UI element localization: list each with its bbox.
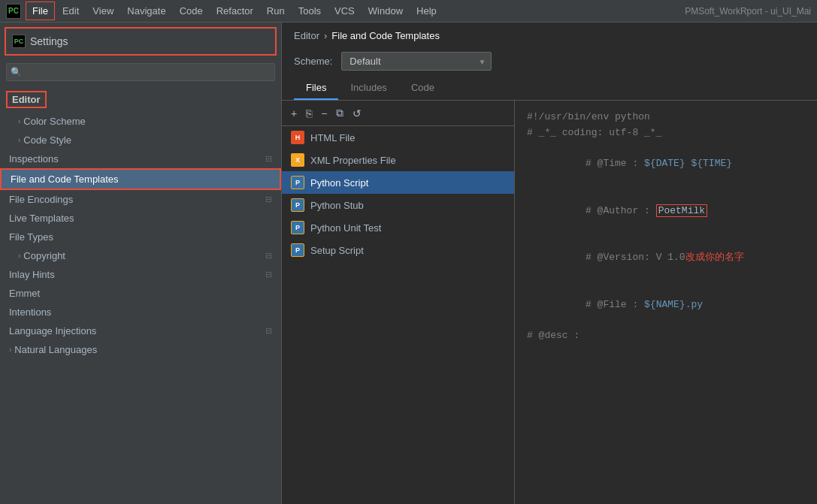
sidebar-item-copyright[interactable]: › Copyright ⊟ bbox=[0, 246, 281, 265]
sidebar-item-file-code-templates[interactable]: File and Code Templates bbox=[0, 168, 281, 190]
list-item[interactable]: P Python Stub bbox=[282, 194, 514, 216]
sidebar-item-label: Intentions bbox=[9, 306, 272, 318]
list-item[interactable]: X XML Properties File bbox=[282, 149, 514, 171]
file-item-label: Python Script bbox=[310, 177, 368, 189]
code-annotation: 改成你的名字 bbox=[685, 252, 744, 263]
sidebar-item-label: Inspections bbox=[9, 153, 265, 164]
settings-icon: ⊟ bbox=[265, 195, 272, 204]
sidebar-item-emmet[interactable]: Emmet bbox=[0, 284, 281, 303]
sidebar-item-label: Code Style bbox=[23, 134, 272, 146]
tab-files[interactable]: Files bbox=[294, 77, 338, 100]
content-body: + ⎘ − ⧉ ↺ H HTML File X XML P bbox=[282, 101, 817, 504]
app-icon: PC bbox=[6, 4, 21, 19]
code-text: # @Version: V 1.0 bbox=[586, 252, 685, 263]
py-icon: P bbox=[291, 243, 304, 257]
remove-template-button[interactable]: − bbox=[318, 106, 330, 121]
sidebar-item-inlay-hints[interactable]: Inlay Hints ⊟ bbox=[0, 265, 281, 284]
menu-code[interactable]: Code bbox=[174, 2, 209, 20]
menubar: PC File Edit View Navigate Code Refactor… bbox=[0, 0, 817, 23]
duplicate-template-button[interactable]: ⧉ bbox=[333, 105, 346, 121]
sidebar-item-label: Live Templates bbox=[9, 213, 272, 224]
menu-window[interactable]: Window bbox=[362, 2, 409, 20]
code-line: # @Version: V 1.0改成你的名字 bbox=[527, 234, 805, 281]
menu-vcs[interactable]: VCS bbox=[328, 2, 361, 20]
sidebar-item-label: Natural Languages bbox=[14, 344, 272, 355]
sidebar-item-intentions[interactable]: Intentions bbox=[0, 303, 281, 321]
settings-icon: ⊟ bbox=[265, 326, 272, 336]
sidebar-item-language-injections[interactable]: Language Injections ⊟ bbox=[0, 321, 281, 340]
sidebar-item-label: Language Injections bbox=[9, 325, 265, 337]
file-item-label: Python Stub bbox=[310, 200, 364, 211]
main-layout: PC Settings 🔍 Editor › Color Scheme › Co… bbox=[0, 23, 817, 504]
settings-header: PC Settings bbox=[5, 27, 277, 56]
list-item[interactable]: P Python Unit Test bbox=[282, 216, 514, 239]
reset-template-button[interactable]: ↺ bbox=[349, 106, 365, 121]
scheme-select-wrap: Default Project bbox=[341, 52, 492, 71]
menu-run[interactable]: Run bbox=[261, 2, 291, 20]
editor-section[interactable]: Editor bbox=[0, 87, 281, 112]
code-editor[interactable]: #!/usr/bin/env python # _*_ coding: utf-… bbox=[515, 101, 817, 504]
menu-help[interactable]: Help bbox=[410, 2, 443, 20]
code-line: # @File : ${NAME}.py bbox=[527, 282, 805, 328]
list-item[interactable]: H HTML File bbox=[282, 126, 514, 149]
breadcrumb-separator: › bbox=[324, 30, 327, 41]
chevron-icon: › bbox=[9, 346, 11, 354]
settings-title: Settings bbox=[30, 35, 68, 47]
sidebar-item-file-types[interactable]: File Types bbox=[0, 228, 281, 246]
list-item[interactable]: P Setup Script bbox=[282, 239, 514, 261]
code-text: # @File : bbox=[586, 299, 644, 310]
sidebar-item-code-style[interactable]: › Code Style bbox=[0, 131, 281, 149]
settings-panel: PC Settings 🔍 Editor › Color Scheme › Co… bbox=[0, 23, 282, 504]
sidebar-item-color-scheme[interactable]: › Color Scheme bbox=[0, 112, 281, 131]
menu-edit[interactable]: Edit bbox=[56, 2, 85, 20]
sidebar-item-file-encodings[interactable]: File Encodings ⊟ bbox=[0, 190, 281, 209]
settings-icon: ⊟ bbox=[265, 154, 272, 164]
tab-code[interactable]: Code bbox=[399, 77, 446, 100]
file-item-label: Python Unit Test bbox=[310, 222, 381, 234]
code-line: #!/usr/bin/env python bbox=[527, 110, 805, 125]
sidebar-item-inspections[interactable]: Inspections ⊟ bbox=[0, 149, 281, 168]
editor-label: Editor bbox=[6, 91, 47, 108]
sidebar-item-label: Emmet bbox=[9, 288, 272, 299]
code-text: # @Author : bbox=[586, 205, 656, 216]
tab-includes[interactable]: Includes bbox=[338, 77, 398, 100]
breadcrumb: Editor › File and Code Templates bbox=[282, 23, 817, 49]
sidebar-item-natural-languages[interactable]: › Natural Languages bbox=[0, 340, 281, 359]
add-template-button[interactable]: + bbox=[288, 106, 300, 121]
xml-icon: X bbox=[291, 153, 304, 167]
content-area: Editor › File and Code Templates Scheme:… bbox=[282, 23, 817, 504]
search-input[interactable] bbox=[6, 63, 275, 81]
list-item-python-script[interactable]: P Python Script bbox=[282, 171, 514, 194]
sidebar-item-label: Color Scheme bbox=[23, 116, 272, 127]
menu-file[interactable]: File bbox=[26, 2, 55, 20]
menu-tools[interactable]: Tools bbox=[292, 2, 327, 20]
code-var: ${DATE} ${TIME} bbox=[644, 158, 732, 169]
scheme-row: Scheme: Default Project bbox=[282, 49, 817, 77]
settings-icon: ⊟ bbox=[265, 270, 272, 279]
code-author-highlight: PoetMilk bbox=[656, 204, 707, 217]
copy-template-button[interactable]: ⎘ bbox=[303, 106, 315, 121]
file-item-label: Setup Script bbox=[310, 245, 364, 256]
scheme-select[interactable]: Default Project bbox=[341, 52, 492, 71]
tabs-row: Files Includes Code bbox=[282, 77, 817, 101]
file-list: H HTML File X XML Properties File P Pyth… bbox=[282, 126, 514, 504]
sidebar-item-label: Copyright bbox=[23, 250, 265, 261]
sidebar-item-live-templates[interactable]: Live Templates bbox=[0, 209, 281, 228]
chevron-icon: › bbox=[18, 252, 20, 260]
py-icon: P bbox=[291, 176, 304, 189]
sidebar-item-label: File Encodings bbox=[9, 194, 265, 205]
py-icon: P bbox=[291, 198, 304, 212]
nav-tree: Editor › Color Scheme › Code Style Inspe… bbox=[0, 87, 281, 504]
code-line: # @desc : bbox=[527, 328, 805, 344]
menu-navigate[interactable]: Navigate bbox=[121, 2, 171, 20]
html-icon: H bbox=[291, 131, 304, 144]
file-list-toolbar: + ⎘ − ⧉ ↺ bbox=[282, 101, 514, 126]
menu-refactor[interactable]: Refactor bbox=[210, 2, 259, 20]
breadcrumb-current: File and Code Templates bbox=[331, 30, 440, 41]
py-icon: P bbox=[291, 221, 304, 234]
menu-view[interactable]: View bbox=[86, 2, 120, 20]
breadcrumb-parent: Editor bbox=[294, 30, 319, 41]
file-item-label: XML Properties File bbox=[310, 155, 396, 166]
code-text: # @Time : bbox=[586, 158, 644, 169]
file-item-label: HTML File bbox=[310, 132, 355, 143]
